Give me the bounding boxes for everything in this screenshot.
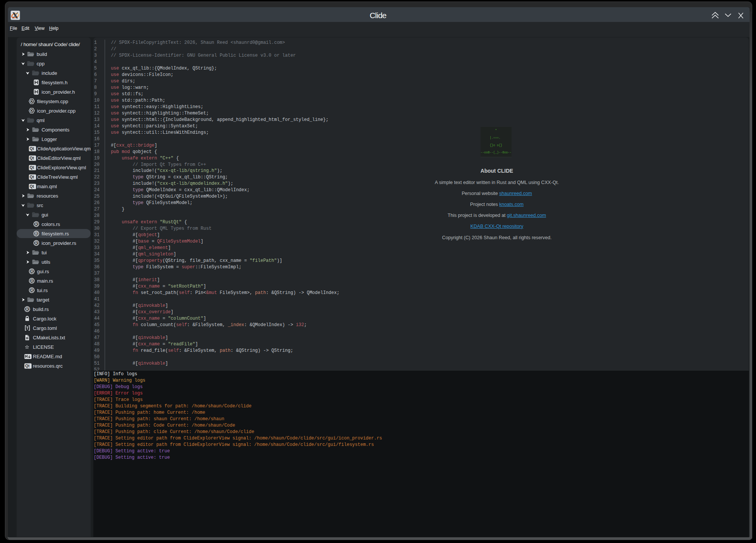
svg-text:Qt: Qt xyxy=(25,364,30,368)
svg-text:Qt: Qt xyxy=(30,146,34,151)
svg-text:R: R xyxy=(35,232,38,236)
svg-text:R: R xyxy=(31,279,34,283)
svg-text:R: R xyxy=(31,269,34,274)
svg-text:R: R xyxy=(35,241,38,245)
svg-text:Qt: Qt xyxy=(30,175,34,179)
svg-text:R: R xyxy=(26,307,29,311)
svg-text:Qt: Qt xyxy=(30,184,34,189)
svg-text:R: R xyxy=(31,288,34,292)
svg-text:Qt: Qt xyxy=(30,165,34,170)
svg-text:Qt: Qt xyxy=(30,156,34,160)
svg-text:R: R xyxy=(35,222,38,226)
